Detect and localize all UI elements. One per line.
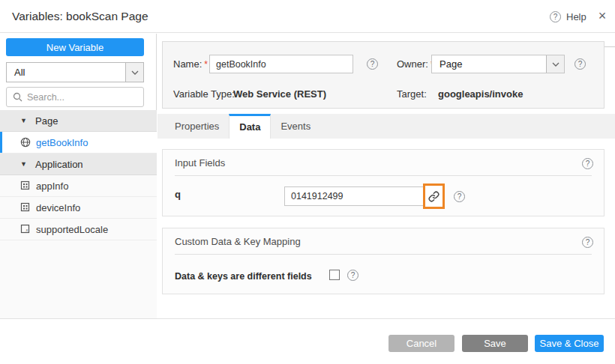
field-q-label: q	[175, 189, 181, 200]
tree-group-application[interactable]: ▼ Application	[0, 154, 157, 175]
web-service-icon	[20, 137, 31, 148]
tree-group-label: Page	[35, 115, 58, 127]
tree-item-label: appInfo	[36, 181, 68, 192]
detail-tabs: Properties Data Events	[158, 114, 615, 139]
tab-properties[interactable]: Properties	[165, 114, 229, 139]
new-variable-button[interactable]: New Variable	[6, 38, 144, 56]
search-input[interactable]	[27, 92, 137, 103]
variable-type-value: Web Service (REST)	[233, 88, 326, 100]
section-title: Custom Data & Key Mapping	[175, 236, 301, 247]
name-help-icon[interactable]: ?	[367, 58, 378, 70]
section-help-icon[interactable]: ?	[582, 158, 593, 169]
footer-divider	[0, 318, 615, 319]
selected-indicator	[0, 132, 2, 153]
owner-select[interactable]: Page	[431, 55, 565, 73]
locale-variable-icon: x	[20, 224, 31, 234]
variable-summary-panel: Name:* ? Owner:* Page ? Variable Type: W…	[162, 41, 604, 109]
save-button[interactable]: Save	[462, 335, 528, 352]
tree-item-label: getBookInfo	[36, 137, 88, 148]
help-label: Help	[566, 11, 586, 22]
tree-item-label: supportedLocale	[36, 224, 108, 235]
tree-group-label: Application	[35, 159, 83, 170]
svg-text:x: x	[25, 228, 28, 232]
name-owner-row: Name:* ? Owner:* Page ?	[163, 54, 604, 74]
chevron-down-icon	[125, 63, 143, 82]
tab-data[interactable]: Data	[229, 114, 271, 139]
close-icon[interactable]: ×	[593, 0, 611, 33]
checkbox-help-icon[interactable]: ?	[347, 270, 358, 281]
tree-item-label: deviceInfo	[36, 202, 80, 213]
link-icon	[428, 191, 440, 202]
name-label: Name:*	[173, 54, 208, 75]
owner-help-icon[interactable]: ?	[574, 58, 586, 70]
tree-item-getbookinfo[interactable]: getBookInfo	[0, 132, 157, 154]
search-box	[6, 87, 144, 107]
help-button[interactable]: ? Help	[550, 0, 586, 33]
variable-type-label: Variable Type:	[173, 88, 235, 100]
chevron-down-icon	[546, 55, 564, 73]
section-divider	[175, 175, 592, 176]
input-fields-section: Input Fields ? q ?	[162, 149, 604, 216]
assign-link-button[interactable]	[425, 186, 442, 207]
tree-group-page[interactable]: ▼ Page	[0, 110, 157, 132]
section-help-icon[interactable]: ?	[582, 237, 593, 248]
section-title: Input Fields	[175, 157, 225, 169]
save-and-close-button[interactable]: Save & Close	[535, 335, 604, 352]
dialog-header: Variables: bookScan Page ? Help ×	[0, 0, 615, 33]
target-value: googleapis/invoke	[438, 88, 523, 100]
field-q-input[interactable]	[284, 186, 425, 206]
filter-select[interactable]: All	[6, 62, 144, 82]
field-q-help-icon[interactable]: ?	[454, 191, 465, 202]
page-title: Variables: bookScan Page	[12, 0, 148, 33]
help-question-icon: ?	[550, 11, 561, 22]
tab-events[interactable]: Events	[271, 114, 320, 139]
caret-down-icon: ▼	[20, 117, 28, 124]
tree-item-deviceinfo[interactable]: deviceInfo	[0, 197, 157, 219]
annotation-highlight-box	[423, 183, 445, 209]
caret-down-icon: ▼	[20, 160, 28, 168]
variables-sidebar: New Variable All ▼ Page getBookInfo ▼ Ap…	[0, 34, 157, 318]
owner-select-value: Page	[440, 55, 462, 73]
different-fields-label: Data & keys are different fields	[175, 271, 312, 282]
cancel-button[interactable]: Cancel	[388, 335, 454, 352]
target-label: Target:	[397, 88, 427, 100]
different-fields-checkbox[interactable]	[329, 270, 340, 280]
search-icon	[13, 92, 22, 102]
custom-mapping-section: Custom Data & Key Mapping ? Data & keys …	[162, 228, 604, 294]
filter-select-value: All	[14, 63, 25, 82]
object-variable-icon	[20, 181, 31, 191]
section-divider	[175, 254, 592, 255]
panel-edge-line	[604, 46, 615, 47]
object-variable-icon	[20, 202, 31, 213]
type-target-row: Variable Type: Web Service (REST) Target…	[163, 88, 604, 103]
required-asterisk: *	[204, 59, 208, 70]
owner-label: Owner:*	[397, 54, 434, 75]
name-input[interactable]	[209, 55, 353, 73]
tree-item-supportedlocale[interactable]: x supportedLocale	[0, 219, 157, 240]
tree-item-appinfo[interactable]: appInfo	[0, 175, 157, 197]
variables-tree: ▼ Page getBookInfo ▼ Application appInfo…	[0, 110, 157, 318]
